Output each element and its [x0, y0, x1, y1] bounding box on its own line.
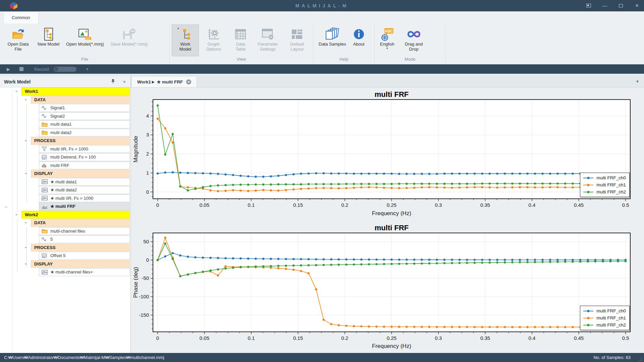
svg-text:3: 3 [146, 132, 149, 137]
pin-icon[interactable] [111, 79, 115, 85]
default-layout-button[interactable]: Default Layout [283, 25, 311, 56]
work-model-panel-header: Work Model × [0, 76, 130, 87]
maximize-button[interactable] [617, 3, 625, 8]
legend-item: multi FRF_ch2 [583, 188, 626, 195]
svg-text:0.5: 0.5 [622, 335, 629, 341]
chevron-down-icon[interactable]: ⌄ [24, 220, 28, 224]
tree-row--multi-channel-files-[interactable]: ★ multi-channel files+ [0, 268, 130, 277]
phase-chart: 00.050.10.150.20.250.30.350.40.450.5-150… [131, 222, 644, 353]
tree-item-label: ★ multi data1 [50, 179, 77, 184]
tree-item-label: ★ multi FRF [50, 204, 75, 209]
tree-row-data[interactable]: ⌄DATA [0, 96, 130, 104]
work-model-tree: ⌄Work1⌄DATASignal1Signal2multi data1mult… [0, 87, 130, 353]
work-model-panel: Work Model × ⌄Work1⌄DATASignal1Signal2mu… [0, 76, 131, 353]
tree-row-multi-channel-files[interactable]: multi-channel files [0, 227, 130, 236]
tree-row-5[interactable]: 5 [0, 235, 130, 244]
tab-list-dropdown-icon[interactable]: ▼ [636, 79, 639, 83]
plot-icon [42, 188, 48, 192]
tree-row-work1[interactable]: ⌄Work1 [0, 87, 130, 96]
open-model-button[interactable]: Open Model(*.mmj) [63, 25, 107, 56]
svg-text:0.15: 0.15 [293, 335, 303, 341]
close-button[interactable]: × [633, 2, 641, 9]
tab-common[interactable]: Common [3, 11, 39, 23]
folder-icon [42, 229, 48, 233]
tree-row-work2[interactable]: ⌄Work2 [0, 211, 130, 219]
tree-item-label: DISPLAY [34, 171, 53, 176]
svg-text:0.15: 0.15 [293, 202, 303, 208]
language-dropdown-caret: ▾ [386, 47, 388, 50]
tree-row-multi-data1[interactable]: multi data1 [0, 120, 130, 129]
play-icon[interactable]: ▶ [7, 67, 10, 72]
graph-options-button[interactable]: Graph Options [199, 25, 228, 56]
svg-text:0.2: 0.2 [341, 202, 348, 208]
new-model-button[interactable]: New Model [35, 25, 62, 56]
tree-row-multi-iir-fs-1000[interactable]: multi IIR, Fs = 1000 [0, 145, 130, 154]
record-toggle[interactable] [54, 67, 76, 72]
open-model-icon [78, 26, 92, 42]
minimize-button[interactable]: — [601, 3, 608, 8]
magnitude-chart: 00.050.10.150.20.250.30.350.40.450.50123… [131, 87, 644, 222]
chevron-down-icon[interactable]: ⌄ [24, 137, 28, 142]
tree-row--multi-data1[interactable]: ★ multi data1 [0, 178, 130, 186]
legend-item: multi FRF_ch1 [583, 314, 626, 321]
tree-row-multi-detrend-fs-100[interactable]: multi Detrend, Fs = 100 [0, 153, 130, 162]
stop-icon[interactable] [19, 67, 23, 71]
plot-icon [42, 196, 48, 200]
record-dropdown-caret[interactable]: ▼ [86, 67, 89, 71]
tree-row--multi-data2[interactable]: ★ multi data2 [0, 186, 130, 194]
tree-row-multi-frf[interactable]: multi FRF [0, 162, 130, 170]
work-model-button[interactable]: ▾ Work Model [172, 25, 199, 56]
tree-row-display[interactable]: ⌄DISPLAY [0, 260, 130, 268]
about-button[interactable]: About [350, 25, 368, 56]
work-model-caret-icon: ▾ [177, 27, 179, 30]
panel-close-icon[interactable]: × [123, 79, 126, 84]
tree-item-label: Offset 5 [50, 253, 65, 258]
tree-row-process[interactable]: ⌄PROCESS [0, 137, 130, 145]
svg-text:0.3: 0.3 [435, 202, 442, 208]
svg-text:0.3: 0.3 [435, 335, 442, 341]
data-samples-button[interactable]: Data Samples [316, 25, 349, 56]
svg-text:1: 1 [146, 170, 149, 176]
tree-row-data[interactable]: ⌄DATA [0, 219, 130, 227]
ribbon-display-button[interactable] [585, 3, 592, 8]
chevron-down-icon[interactable]: ⌄ [24, 244, 28, 249]
document-area: Work1► ★ multi FRF ✕ ▼ 00.050.10.150.20.… [131, 76, 644, 353]
document-tab-close-icon[interactable]: ✕ [186, 79, 191, 84]
tree-row-process[interactable]: ⌄PROCESS [0, 244, 130, 252]
document-tab-bar: Work1► ★ multi FRF ✕ ▼ [131, 76, 644, 87]
document-tab[interactable]: Work1► ★ multi FRF ✕ [131, 76, 197, 87]
tree-item-label: DATA [34, 220, 46, 225]
current-item-arrow-icon: → [3, 203, 8, 209]
magnitude-chart-ylabel: Magnitude [132, 136, 139, 162]
parameter-settings-button[interactable]: Parameter Settings [254, 25, 282, 56]
chart-document: 00.050.10.150.20.250.30.350.40.450.50123… [131, 87, 644, 353]
drag-and-drop-button[interactable]: Drag and Drop [398, 25, 430, 56]
svg-text:0: 0 [156, 202, 159, 208]
ribbon-group-view: ▾ Work Model [170, 23, 313, 64]
data-table-button[interactable]: Data Table [228, 25, 253, 56]
open-data-file-button[interactable]: Open Data File [2, 25, 34, 56]
tree-row-offset-5[interactable]: Offset 5 [0, 252, 130, 260]
svg-text:0.05: 0.05 [200, 202, 209, 208]
tree-row-signal2[interactable]: Signal2 [0, 112, 130, 121]
chevron-down-icon[interactable]: ⌄ [15, 88, 18, 93]
language-button[interactable]: ABC English ▾ [377, 25, 397, 56]
tree-row-display[interactable]: ⌄DISPLAY [0, 170, 130, 178]
resize-grip[interactable] [638, 357, 642, 361]
tree-row-signal1[interactable]: Signal1 [0, 104, 130, 112]
tree-row-multi-data2[interactable]: multi data2 [0, 129, 130, 137]
open-data-file-icon [11, 26, 25, 42]
signal-icon [42, 106, 48, 110]
svg-text:0.2: 0.2 [341, 335, 348, 341]
chevron-down-icon[interactable]: ⌄ [24, 97, 28, 101]
chevron-down-icon[interactable]: ⌄ [24, 170, 28, 175]
svg-text:0.35: 0.35 [480, 202, 490, 208]
tree-item-label: ★ multi-channel files+ [50, 269, 93, 275]
chevron-down-icon[interactable]: ⌄ [15, 212, 18, 216]
svg-text:2: 2 [146, 151, 149, 157]
chevron-down-icon[interactable]: ⌄ [24, 261, 28, 265]
tree-row--multi-iir-fs-1000[interactable]: ★ multi IIR, Fs = 1000 [0, 194, 130, 203]
save-model-button[interactable]: Save Model(*.mmj) [108, 25, 151, 56]
tree-row--multi-frf[interactable]: →★ multi FRF [0, 202, 130, 211]
tree-item-label: multi IIR, Fs = 1000 [50, 146, 88, 152]
